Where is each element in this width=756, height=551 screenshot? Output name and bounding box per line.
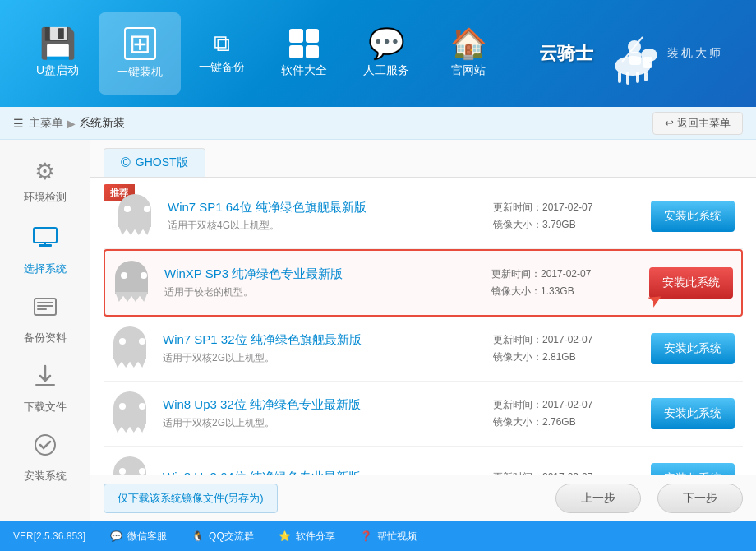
system-info-2: Win7 SP1 32位 纯净绿色旗舰最新版 适用于双核2G以上机型。 <box>163 332 483 365</box>
sidebar-item-backup[interactable]: 备份资料 <box>8 286 82 352</box>
tab-ghost[interactable]: © GHOST版 <box>104 148 205 177</box>
next-button[interactable]: 下一步 <box>657 484 743 513</box>
app-logo: 云骑士 <box>539 21 740 86</box>
ghost-icon-3 <box>112 391 153 436</box>
ghost-icon-2 <box>112 326 153 371</box>
system-item-win7-32: Win7 SP1 32位 纯净绿色旗舰最新版 适用于双核2G以上机型。 更新时间… <box>104 317 743 382</box>
system-list: 推荐 Win7 SP1 64位 纯净绿色旗舰最新版 适用于双核4G以上机型。 更… <box>90 178 756 475</box>
nav-install-label: 一键装机 <box>117 65 163 80</box>
nav-software[interactable]: 软件大全 <box>263 12 345 95</box>
wechat-icon: 💬 <box>110 530 122 542</box>
nav-onekey-backup[interactable]: ⧉ 一键备份 <box>181 12 263 95</box>
sidebar-download-label: 下载文件 <box>24 400 67 414</box>
ghost-icon-0 <box>117 194 158 238</box>
svg-rect-5 <box>636 72 639 83</box>
system-desc-3: 适用于双核2G以上机型。 <box>163 416 483 430</box>
system-info-3: Win8 Up3 32位 纯净绿色专业最新版 适用于双核2G以上机型。 <box>163 397 483 430</box>
qq-icon: 🐧 <box>191 530 204 542</box>
sidebar-item-env-check[interactable]: ⚙ 环境检测 <box>8 148 82 214</box>
update-time-3: 更新时间：2017-02-07 <box>493 398 641 412</box>
update-time-4: 更新时间：2017-02-07 <box>493 470 641 475</box>
install-btn-3[interactable]: 安装此系统 <box>651 398 735 429</box>
svg-rect-17 <box>35 384 55 386</box>
back-button[interactable]: ↩ 返回主菜单 <box>652 112 743 135</box>
nav-backup-label: 一键备份 <box>199 60 245 75</box>
status-share[interactable]: ⭐ 软件分享 <box>279 530 335 544</box>
install-sys-icon <box>32 432 58 464</box>
ghost-tab-icon: © <box>121 155 131 170</box>
status-qq[interactable]: 🐧 QQ交流群 <box>191 530 254 544</box>
system-item-win8-32: Win8 Up3 32位 纯净绿色专业最新版 适用于双核2G以上机型。 更新时间… <box>104 382 743 447</box>
nav-software-label: 软件大全 <box>281 63 327 78</box>
download-only-button[interactable]: 仅下载该系统镜像文件(另存为) <box>104 484 278 513</box>
ghost-icon-4 <box>112 456 153 475</box>
svg-rect-4 <box>626 72 629 85</box>
system-meta-2: 更新时间：2017-02-07 镜像大小：2.81GB <box>493 333 641 364</box>
system-name-3[interactable]: Win8 Up3 32位 纯净绿色专业最新版 <box>163 397 483 413</box>
wechat-label: 微信客服 <box>127 530 167 544</box>
svg-rect-14 <box>37 302 53 303</box>
ghost-icon-1 <box>113 261 154 305</box>
system-name-1[interactable]: WinXP SP3 纯净绿色专业最新版 <box>164 266 482 282</box>
sidebar-item-install-sys[interactable]: 安装系统 <box>8 424 82 490</box>
bottom-bar: 仅下载该系统镜像文件(另存为) 上一步 下一步 <box>90 475 756 521</box>
nav-onekey-install[interactable]: ⊞ 一键装机 <box>99 12 181 95</box>
system-item-win8-64: Win8 Up3 64位 纯净绿色专业最新版 更新时间：2017-02-07 安… <box>104 447 743 475</box>
install-btn-0[interactable]: 安装此系统 <box>651 201 735 232</box>
tab-bar: © GHOST版 <box>90 140 756 178</box>
sidebar-backup-label: 备份资料 <box>24 331 67 345</box>
update-time-1: 更新时间：2017-02-07 <box>491 267 639 281</box>
backup-data-icon <box>32 294 58 326</box>
download-icon <box>32 363 58 395</box>
status-help[interactable]: ❓ 帮忙视频 <box>360 530 417 544</box>
size-1: 镜像大小：1.33GB <box>491 285 639 299</box>
svg-rect-6 <box>644 72 648 81</box>
system-name-0[interactable]: Win7 SP1 64位 纯净绿色旗舰最新版 <box>168 200 483 215</box>
nav-usb-label: U盘启动 <box>36 63 79 78</box>
sidebar-item-select-system[interactable]: 选择系统 <box>8 217 82 283</box>
select-system-icon <box>32 225 58 257</box>
svg-rect-10 <box>34 228 57 243</box>
nav-service[interactable]: 💬 人工服务 <box>345 12 427 95</box>
breadcrumb-separator: ▶ <box>67 117 76 130</box>
back-btn-label: 返回主菜单 <box>677 116 731 131</box>
system-name-2[interactable]: Win7 SP1 32位 纯净绿色旗舰最新版 <box>163 332 483 348</box>
sidebar-item-download[interactable]: 下载文件 <box>8 355 82 421</box>
system-info-0: Win7 SP1 64位 纯净绿色旗舰最新版 适用于双核4G以上机型。 <box>168 200 483 233</box>
sidebar-env-label: 环境检测 <box>24 190 67 205</box>
version-label: VER[2.5.36.853] <box>13 530 85 542</box>
nav-bar: 💾 U盘启动 ⊞ 一键装机 ⧉ 一键备份 软件大全 💬 人工服务 🏠 官网 <box>16 12 539 95</box>
app-header: 💾 U盘启动 ⊞ 一键装机 ⧉ 一键备份 软件大全 💬 人工服务 🏠 官网 <box>0 0 756 107</box>
system-meta-0: 更新时间：2017-02-07 镜像大小：3.79GB <box>493 201 641 232</box>
size-2: 镜像大小：2.81GB <box>493 350 641 364</box>
ghost-tab-label: GHOST版 <box>136 155 188 170</box>
system-meta-1: 更新时间：2017-02-07 镜像大小：1.33GB <box>491 267 639 299</box>
help-label: 帮忙视频 <box>377 530 417 544</box>
system-desc-1: 适用于较老的机型。 <box>164 285 482 299</box>
website-icon: 🏠 <box>450 29 487 58</box>
service-icon: 💬 <box>368 29 405 58</box>
svg-rect-3 <box>618 72 621 83</box>
help-icon: ❓ <box>360 530 372 542</box>
qq-label: QQ交流群 <box>209 530 254 544</box>
svg-rect-2 <box>643 57 652 68</box>
install-btn-2[interactable]: 安装此系统 <box>651 333 735 364</box>
status-bar: VER[2.5.36.853] 💬 微信客服 🐧 QQ交流群 ⭐ 软件分享 ❓ … <box>0 521 756 551</box>
prev-button[interactable]: 上一步 <box>555 484 641 513</box>
install-icon: ⊞ <box>124 27 156 60</box>
breadcrumb-current: 系统新装 <box>79 116 125 131</box>
svg-point-18 <box>35 435 55 455</box>
system-item-winxp: WinXP SP3 纯净绿色专业最新版 适用于较老的机型。 更新时间：2017-… <box>104 249 743 317</box>
main-layout: ⚙ 环境检测 选择系统 备份资料 <box>0 140 756 521</box>
system-meta-4: 更新时间：2017-02-07 <box>493 470 641 475</box>
system-info-4: Win8 Up3 64位 纯净绿色专业最新版 <box>163 470 483 475</box>
nav-usb[interactable]: 💾 U盘启动 <box>16 12 99 95</box>
size-3: 镜像大小：2.76GB <box>493 415 641 429</box>
nav-website[interactable]: 🏠 官网站 <box>427 12 509 95</box>
breadcrumb-menu-link[interactable]: ☰ 主菜单 <box>13 116 63 131</box>
nav-service-label: 人工服务 <box>363 63 409 78</box>
system-name-4[interactable]: Win8 Up3 64位 纯净绿色专业最新版 <box>163 470 483 475</box>
install-btn-4[interactable]: 安装此系统 <box>651 463 735 475</box>
install-btn-1[interactable]: 安装此系统 <box>649 267 733 299</box>
status-wechat[interactable]: 💬 微信客服 <box>110 530 167 544</box>
